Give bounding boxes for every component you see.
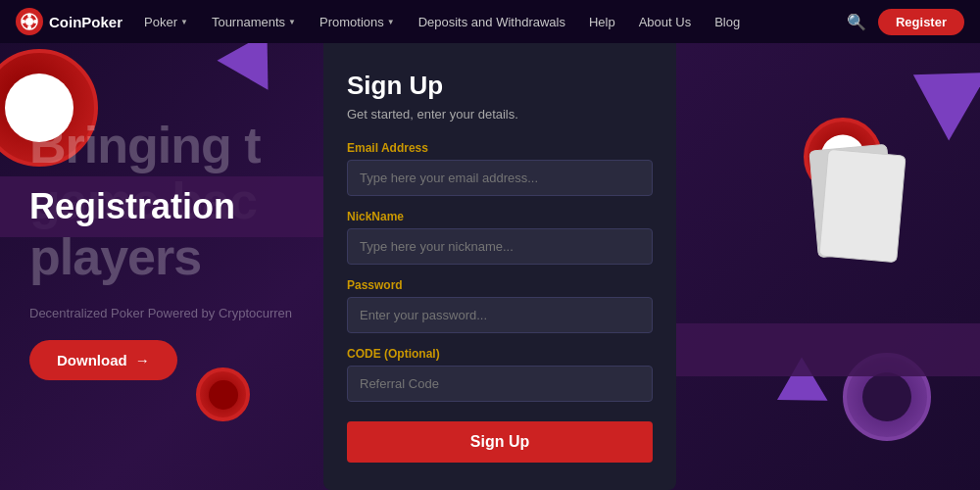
nav-item-tournaments[interactable]: Tournaments ▼ [202,0,306,43]
hero-section: Bringing t game bac players Decentralize… [29,118,292,380]
nav-logo[interactable]: CoinPoker [16,8,122,35]
nav-item-help[interactable]: Help [579,0,625,43]
svg-point-5 [33,20,37,24]
search-icon[interactable]: 🔍 [839,13,874,31]
code-field-group: CODE (Optional) [347,347,653,402]
password-field-group: Password [347,278,653,333]
password-label: Password [347,278,653,292]
email-label: Email Address [347,141,653,155]
email-field-group: Email Address [347,141,653,196]
playing-card-2 [818,149,906,264]
password-input[interactable] [347,297,653,333]
register-button[interactable]: Register [878,9,964,35]
registration-text: Registration [29,186,235,226]
svg-point-3 [27,25,31,29]
signup-modal: Sign Up Get started, enter your details.… [323,43,676,490]
chip-purple-center [862,372,911,421]
nav-item-about[interactable]: About Us [629,0,701,43]
chevron-down-icon: ▼ [288,18,296,26]
nickname-input[interactable] [347,228,653,265]
svg-point-2 [27,14,31,18]
signup-submit-button[interactable]: Sign Up [347,421,653,463]
modal-subtitle: Get started, enter your details. [347,107,653,122]
navbar: CoinPoker Poker ▼ Tournaments ▼ Promotio… [0,0,980,43]
referral-code-input[interactable] [347,366,653,402]
code-label: CODE (Optional) [347,347,653,361]
nav-logo-text: CoinPoker [49,14,122,30]
nav-item-deposits[interactable]: Deposits and Withdrawals [409,0,575,43]
arrow-right-icon: → [135,352,150,368]
svg-point-1 [25,18,33,25]
download-button[interactable]: Download → [29,340,177,380]
chevron-down-icon: ▼ [387,18,395,26]
hero-description: Decentralized Poker Powered by Cryptocur… [29,306,292,320]
nav-item-blog[interactable]: Blog [705,0,750,43]
nickname-field-group: NickName [347,210,653,265]
chip-small-center [209,380,238,410]
nav-item-promotions[interactable]: Promotions ▼ [310,0,405,43]
coinpoker-logo-icon [16,8,43,35]
svg-point-4 [22,20,25,24]
nav-item-poker[interactable]: Poker ▼ [134,0,198,43]
modal-title: Sign Up [347,71,653,101]
email-input[interactable] [347,160,653,196]
nickname-label: NickName [347,210,653,223]
chevron-down-icon: ▼ [180,18,188,26]
